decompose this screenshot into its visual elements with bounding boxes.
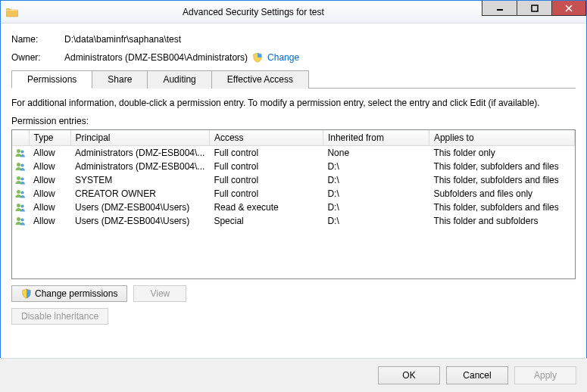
users-icon (14, 174, 27, 186)
row-principal: Administrators (DMZ-ESB004\... (70, 160, 209, 173)
ok-button[interactable]: OK (378, 366, 440, 384)
titlebar: Advanced Security Settings for test (1, 1, 586, 23)
row-inherited: D:\ (323, 201, 429, 214)
row-inherited: D:\ (323, 160, 429, 173)
row-applies: This folder, subfolders and files (429, 173, 574, 187)
users-icon (14, 188, 27, 200)
tab-strip: Permissions Share Auditing Effective Acc… (11, 70, 576, 89)
svg-point-13 (20, 204, 23, 207)
shield-icon (21, 288, 32, 299)
svg-rect-1 (532, 5, 538, 11)
owner-row: Owner: Administrators (DMZ-ESB004\Admini… (11, 52, 576, 63)
change-permissions-button[interactable]: Change permissions (11, 285, 127, 302)
info-text: For additional information, double-click… (11, 98, 576, 108)
users-icon (14, 147, 27, 159)
svg-point-5 (20, 150, 23, 153)
row-applies: This folder, subfolders and files (429, 160, 574, 173)
row-principal: Administrators (DMZ-ESB004\... (70, 146, 209, 160)
col-icon[interactable] (12, 130, 29, 146)
tab-share[interactable]: Share (92, 70, 148, 89)
dialog-footer: OK Cancel Apply (0, 358, 587, 392)
table-row[interactable]: AllowAdministrators (DMZ-ESB004\...Full … (12, 160, 575, 173)
owner-value: Administrators (DMZ-ESB004\Administrator… (64, 52, 248, 63)
change-owner-link[interactable]: Change (267, 52, 299, 63)
window-controls (482, 1, 586, 16)
row-type: Allow (29, 173, 70, 187)
svg-point-8 (17, 176, 20, 180)
name-value: D:\data\baminfr\saphana\test (64, 34, 181, 45)
row-principal: SYSTEM (70, 173, 209, 187)
table-row[interactable]: AllowUsers (DMZ-ESB004\Users)Read & exec… (12, 201, 575, 214)
permission-grid[interactable]: Type Principal Access Inherited from App… (11, 129, 576, 279)
permission-entries-label: Permission entries: (11, 116, 576, 126)
row-access: Special (209, 214, 323, 228)
tab-auditing[interactable]: Auditing (148, 70, 211, 89)
svg-point-4 (17, 149, 20, 153)
svg-point-11 (20, 191, 23, 194)
shield-icon (252, 52, 263, 63)
row-applies: Subfolders and files only (429, 187, 574, 201)
row-inherited: D:\ (323, 187, 429, 201)
row-principal: Users (DMZ-ESB004\Users) (70, 201, 209, 214)
row-access: Read & execute (209, 201, 323, 214)
row-type: Allow (29, 146, 70, 160)
row-icon-cell (12, 187, 29, 201)
row-inherited: D:\ (323, 173, 429, 187)
owner-label: Owner: (11, 52, 64, 63)
table-row[interactable]: AllowCREATOR OWNERFull controlD:\Subfold… (12, 187, 575, 201)
row-applies: This folder only (429, 146, 574, 160)
row-applies: This folder and subfolders (429, 214, 574, 228)
row-access: Full control (209, 173, 323, 187)
row-icon-cell (12, 214, 29, 228)
view-button: View (133, 285, 186, 302)
row-inherited: D:\ (323, 214, 429, 228)
users-icon (14, 215, 27, 227)
row-type: Allow (29, 201, 70, 214)
svg-point-14 (17, 217, 20, 221)
row-access: Full control (209, 160, 323, 173)
folder-icon (5, 5, 19, 19)
apply-button: Apply (514, 366, 576, 384)
header-row: Type Principal Access Inherited from App… (12, 130, 575, 146)
svg-point-9 (20, 177, 23, 180)
tab-permissions[interactable]: Permissions (11, 70, 92, 89)
row-type: Allow (29, 187, 70, 201)
row-access: Full control (209, 146, 323, 160)
row-icon-cell (12, 173, 29, 187)
col-applies[interactable]: Applies to (429, 130, 574, 146)
col-access[interactable]: Access (209, 130, 323, 146)
row-type: Allow (29, 214, 70, 228)
row-icon-cell (12, 146, 29, 160)
row-access: Full control (209, 187, 323, 201)
row-icon-cell (12, 201, 29, 214)
svg-point-6 (17, 163, 20, 166)
name-row: Name: D:\data\baminfr\saphana\test (11, 34, 576, 45)
maximize-button[interactable] (517, 1, 551, 16)
table-row[interactable]: AllowSYSTEMFull controlD:\This folder, s… (12, 173, 575, 187)
row-principal: CREATOR OWNER (70, 187, 209, 201)
row-type: Allow (29, 160, 70, 173)
table-row[interactable]: AllowAdministrators (DMZ-ESB004\...Full … (12, 146, 575, 160)
row-icon-cell (12, 160, 29, 173)
users-icon (14, 160, 27, 173)
svg-point-15 (20, 218, 23, 221)
grid-button-row: Change permissions View (11, 285, 576, 302)
svg-point-12 (17, 204, 20, 207)
tab-effective-access[interactable]: Effective Access (212, 70, 309, 89)
content-area: Name: D:\data\baminfr\saphana\test Owner… (1, 23, 586, 325)
inheritance-button-row: Disable inheritance (11, 308, 576, 325)
col-principal[interactable]: Principal (70, 130, 209, 146)
row-inherited: None (323, 146, 429, 160)
cancel-button[interactable]: Cancel (446, 366, 508, 384)
col-inherited[interactable]: Inherited from (323, 130, 429, 146)
row-principal: Users (DMZ-ESB004\Users) (70, 214, 209, 228)
name-label: Name: (11, 34, 64, 45)
svg-point-10 (17, 190, 20, 194)
table-row[interactable]: AllowUsers (DMZ-ESB004\Users)SpecialD:\T… (12, 214, 575, 228)
col-type[interactable]: Type (29, 130, 70, 146)
users-icon (14, 201, 27, 213)
row-applies: This folder, subfolders and files (429, 201, 574, 214)
close-button[interactable] (551, 1, 586, 16)
minimize-button[interactable] (482, 1, 517, 16)
disable-inheritance-button: Disable inheritance (11, 308, 108, 325)
